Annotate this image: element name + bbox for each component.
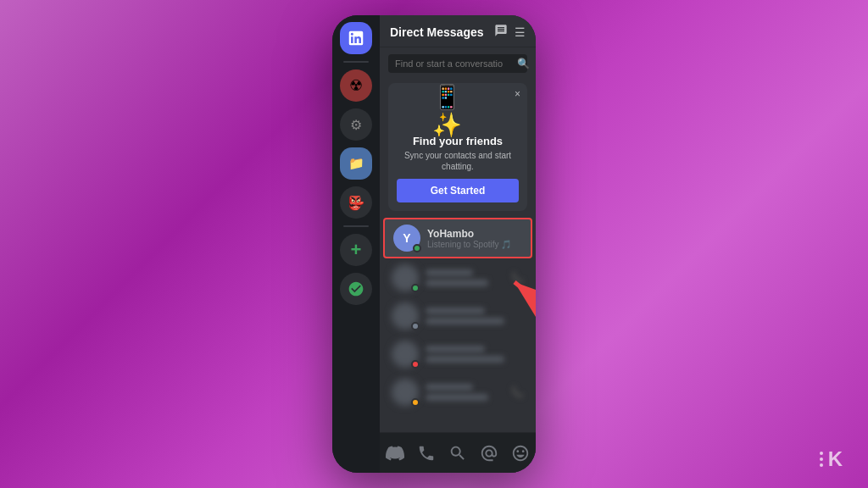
blurred-info-4 bbox=[426, 384, 504, 401]
card-illustration-img: 📱✨ bbox=[432, 92, 483, 130]
close-button[interactable]: × bbox=[515, 88, 520, 100]
dm-panel-title: Direct Messages bbox=[390, 25, 484, 39]
nav-icon-emoji[interactable] bbox=[505, 438, 536, 469]
dm-header: Direct Messages ☰ bbox=[380, 15, 536, 47]
sidebar-item-discovery[interactable] bbox=[340, 273, 372, 305]
watermark-letter: K bbox=[828, 447, 843, 471]
sidebar-item-server1[interactable]: ☢ bbox=[340, 69, 372, 102]
status-dot-2 bbox=[411, 322, 420, 330]
sidebar-item-add-server[interactable]: + bbox=[340, 234, 372, 266]
dm-list: Y YoHambo Listening to Spotify 🎵 bbox=[380, 218, 536, 432]
blurred-status-2 bbox=[426, 318, 504, 324]
nav-icon-discord[interactable] bbox=[380, 438, 410, 469]
blurred-name-4 bbox=[426, 384, 473, 391]
find-friends-subtitle: Sync your contacts and start chatting. bbox=[397, 150, 519, 172]
nav-icon-mention[interactable] bbox=[474, 438, 504, 469]
status-dot-3 bbox=[411, 360, 420, 369]
new-dm-icon[interactable] bbox=[494, 24, 508, 40]
status-dot-1 bbox=[411, 284, 420, 292]
dm-avatar-yohambo: Y bbox=[393, 225, 420, 252]
dm-status-yohambo: Listening to Spotify 🎵 bbox=[427, 240, 522, 249]
dm-name-yohambo: YoHambo bbox=[427, 228, 522, 240]
nav-icon-search[interactable] bbox=[442, 438, 473, 469]
menu-icon[interactable]: ☰ bbox=[515, 25, 526, 39]
blurred-dm-item-2 bbox=[383, 297, 532, 335]
sidebar-item-folder[interactable]: 📁 bbox=[340, 147, 372, 180]
search-input[interactable] bbox=[395, 58, 512, 69]
sidebar-item-server3[interactable]: 👺 bbox=[340, 186, 372, 219]
status-dot-4 bbox=[411, 398, 420, 407]
dm-panel: Direct Messages ☰ 🔍 × 📱✨ bbox=[380, 15, 536, 473]
search-bar[interactable]: 🔍 bbox=[388, 54, 527, 73]
blurred-status-3 bbox=[426, 356, 504, 363]
blurred-status-4 bbox=[426, 394, 488, 401]
server-sidebar: ☢ ⚙ 📁 👺 + bbox=[332, 15, 380, 473]
watermark: K bbox=[820, 447, 843, 471]
find-friends-card: × 📱✨ Find your friends Sync your contact… bbox=[388, 83, 527, 211]
dm-header-icons: ☰ bbox=[494, 24, 526, 40]
blurred-info-2 bbox=[426, 308, 524, 324]
search-icon: 🔍 bbox=[517, 58, 530, 69]
blurred-info-3 bbox=[426, 346, 524, 363]
blurred-dm-item-3 bbox=[383, 336, 532, 373]
dm-info-yohambo: YoHambo Listening to Spotify 🎵 bbox=[427, 228, 522, 249]
blurred-action-1: 📞 bbox=[511, 272, 524, 284]
watermark-dots bbox=[820, 452, 823, 467]
blurred-status-1 bbox=[426, 280, 488, 286]
server-divider-2 bbox=[343, 225, 369, 227]
bottom-nav bbox=[380, 432, 536, 473]
get-started-button[interactable]: Get Started bbox=[397, 179, 519, 202]
watermark-dot-3 bbox=[820, 463, 823, 467]
sidebar-item-home[interactable] bbox=[340, 22, 372, 54]
status-dot-online bbox=[413, 244, 421, 252]
phone-container: ☢ ⚙ 📁 👺 + Direct Messages bbox=[332, 15, 536, 473]
blurred-name-1 bbox=[426, 269, 473, 276]
dm-item-yohambo[interactable]: Y YoHambo Listening to Spotify 🎵 bbox=[383, 218, 532, 258]
card-illustration: 📱✨ bbox=[397, 92, 519, 130]
blurred-info-1 bbox=[426, 269, 504, 286]
blurred-name-3 bbox=[426, 346, 485, 352]
server-divider bbox=[343, 61, 369, 63]
nav-icon-phone[interactable] bbox=[411, 438, 442, 469]
blurred-dm-item-1: 📞 bbox=[383, 259, 532, 297]
sidebar-item-server2[interactable]: ⚙ bbox=[340, 108, 372, 141]
find-friends-title: Find your friends bbox=[397, 135, 519, 147]
watermark-dot-2 bbox=[820, 458, 823, 461]
blurred-dm-item-4: 📞 bbox=[383, 374, 532, 411]
watermark-dot-1 bbox=[820, 452, 823, 455]
blurred-action-4: 📞 bbox=[511, 386, 524, 398]
blurred-name-2 bbox=[426, 308, 485, 314]
